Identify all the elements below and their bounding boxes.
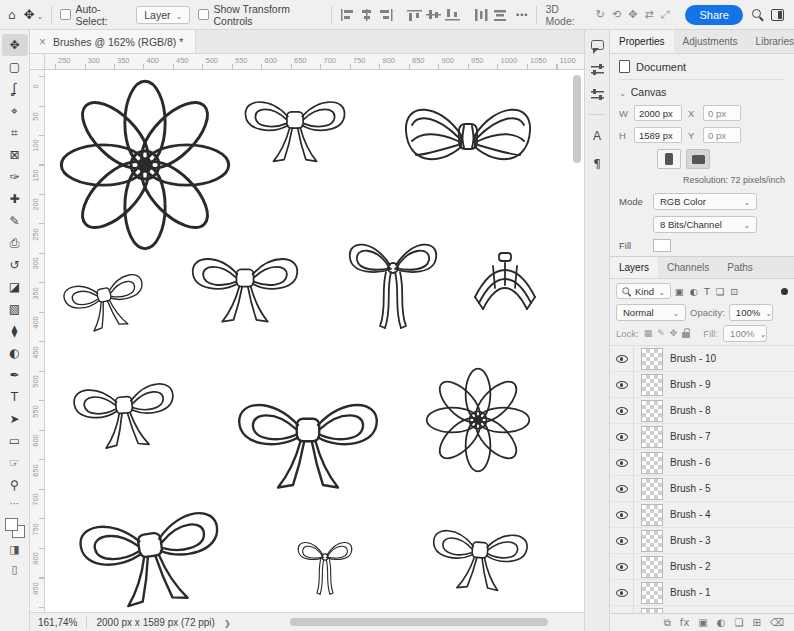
layer-name[interactable]: Brush - 7 <box>670 431 711 442</box>
home-icon[interactable]: ⌂ <box>8 8 16 22</box>
align-right-edges-icon[interactable] <box>378 9 393 21</box>
layer-thumbnail[interactable] <box>641 400 663 422</box>
foreground-color-swatch[interactable] <box>5 518 18 531</box>
layer-name[interactable]: Brush - 5 <box>670 483 711 494</box>
paragraph-panel-icon[interactable]: ¶ <box>593 157 601 171</box>
layer-row[interactable]: Brush - 5 <box>610 476 794 502</box>
clone-stamp-tool[interactable]: ⎙ <box>2 232 28 254</box>
layer-name[interactable]: Brush - 9 <box>670 379 711 390</box>
auto-select-dropdown[interactable]: Layer <box>136 6 190 24</box>
layer-name[interactable]: Brush - 3 <box>670 535 711 546</box>
portrait-orientation-button[interactable] <box>657 149 681 169</box>
x-field[interactable]: 0 px <box>703 105 741 121</box>
layer-name[interactable]: Brush - 6 <box>670 457 711 468</box>
layer-visibility-toggle[interactable] <box>610 346 634 371</box>
width-field[interactable]: 2000 px <box>634 105 682 121</box>
path-selection-tool[interactable]: ➤ <box>2 408 28 430</box>
lasso-tool[interactable]: ʆ <box>2 78 28 100</box>
ruler-corner[interactable] <box>30 54 45 70</box>
layer-thumbnail[interactable] <box>641 582 663 604</box>
layer-visibility-toggle[interactable] <box>610 502 634 527</box>
lock-all-icon[interactable] <box>682 332 690 338</box>
fill-swatch[interactable] <box>653 239 671 252</box>
layer-thumbnail[interactable] <box>641 374 663 396</box>
slide-3d-icon[interactable]: ⇄ <box>644 8 653 21</box>
zoom-tool[interactable]: ⚲ <box>2 474 28 496</box>
color-swatches[interactable] <box>4 517 26 539</box>
adjustment-layers-filter-icon[interactable]: ◐ <box>690 286 698 297</box>
shape-layers-filter-icon[interactable]: ❏ <box>716 286 725 297</box>
rectangular-marquee-tool[interactable]: ▢ <box>2 56 28 78</box>
layer-row[interactable]: Brush - 1 <box>610 580 794 606</box>
layer-visibility-toggle[interactable] <box>610 554 634 579</box>
layer-row[interactable]: Brush - 4 <box>610 502 794 528</box>
drag-3d-icon[interactable]: ✥ <box>628 8 637 21</box>
layer-thumbnail[interactable] <box>641 426 663 448</box>
align-horizontal-centers-icon[interactable] <box>359 9 374 21</box>
color-mode-dropdown[interactable]: RGB Color <box>653 193 757 210</box>
scale-3d-icon[interactable]: ⤢ <box>661 8 670 21</box>
zoom-level[interactable]: 161,74% <box>38 617 77 628</box>
layer-row[interactable]: Brush - 8 <box>610 398 794 424</box>
distribute-vertical-centers-icon[interactable] <box>493 9 508 21</box>
hand-tool[interactable]: ☞ <box>2 452 28 474</box>
layer-thumbnail[interactable] <box>641 530 663 552</box>
layer-row[interactable] <box>610 606 794 613</box>
tab-properties[interactable]: Properties <box>610 30 674 53</box>
layer-row[interactable]: Brush - 9 <box>610 372 794 398</box>
y-field[interactable]: 0 px <box>703 127 741 143</box>
canvas-vertical-scrollbar[interactable] <box>573 75 581 163</box>
pen-tool[interactable]: ✒ <box>2 364 28 386</box>
properties-panel-icon[interactable] <box>591 64 604 75</box>
canvas[interactable] <box>45 70 584 612</box>
edit-toolbar-icon[interactable]: ⋯ <box>10 498 20 509</box>
show-transform-checkbox[interactable]: Show Transform Controls <box>198 3 323 27</box>
layer-group-icon[interactable]: ❏ <box>735 617 744 628</box>
orbit-3d-icon[interactable]: ↻ <box>596 8 605 21</box>
type-layers-filter-icon[interactable]: T <box>704 286 710 297</box>
distribute-horizontal-centers-icon[interactable] <box>474 9 489 21</box>
history-brush-tool[interactable]: ↺ <box>2 254 28 276</box>
close-tab-icon[interactable] <box>39 35 46 49</box>
lock-position-icon[interactable]: ✥ <box>670 328 678 338</box>
height-field[interactable]: 1589 px <box>634 127 682 143</box>
tab-libraries[interactable]: Libraries <box>747 30 794 53</box>
layer-visibility-toggle[interactable] <box>610 398 634 423</box>
align-bottom-edges-icon[interactable] <box>445 9 460 21</box>
lock-transparency-icon[interactable]: ▦ <box>644 328 653 338</box>
roll-3d-icon[interactable]: ⟲ <box>612 8 621 21</box>
landscape-orientation-button[interactable] <box>686 149 710 169</box>
document-tab[interactable]: Brushes @ 162% (RGB/8) * <box>30 30 196 53</box>
layer-effects-icon[interactable]: fx <box>680 617 689 628</box>
frame-tool[interactable]: ⊠ <box>2 144 28 166</box>
fill-dropdown[interactable]: 100% <box>723 325 767 342</box>
type-tool[interactable]: T <box>2 386 28 408</box>
layer-row[interactable]: Brush - 3 <box>610 528 794 554</box>
smart-objects-filter-icon[interactable]: ⊡ <box>730 286 738 297</box>
align-top-edges-icon[interactable] <box>407 9 422 21</box>
layer-name[interactable]: Brush - 4 <box>670 509 711 520</box>
adjustments-panel-icon[interactable] <box>591 89 604 100</box>
opacity-dropdown[interactable]: 100% <box>729 304 773 321</box>
tab-layers[interactable]: Layers <box>610 257 658 278</box>
collapse-chevron-icon[interactable] <box>619 86 626 98</box>
brush-tool[interactable]: ✎ <box>2 210 28 232</box>
layer-row[interactable]: Brush - 7 <box>610 424 794 450</box>
screen-mode-icon[interactable]: ▯ <box>2 559 28 579</box>
dodge-tool[interactable]: ◐ <box>2 342 28 364</box>
layer-mask-icon[interactable]: ▣ <box>698 617 707 628</box>
align-vertical-centers-icon[interactable] <box>426 9 441 21</box>
layer-thumbnail[interactable] <box>641 452 663 474</box>
layer-row[interactable]: Brush - 2 <box>610 554 794 580</box>
crop-tool[interactable]: ⌗ <box>2 122 28 144</box>
comments-panel-icon[interactable] <box>591 40 604 50</box>
tab-channels[interactable]: Channels <box>658 257 718 278</box>
blur-tool[interactable]: ⧫ <box>2 320 28 342</box>
layer-name[interactable]: Brush - 8 <box>670 405 711 416</box>
layer-name[interactable]: Brush - 2 <box>670 561 711 572</box>
pixel-layers-filter-icon[interactable]: ▣ <box>675 286 684 297</box>
more-options-icon[interactable]: ••• <box>516 10 528 20</box>
tab-paths[interactable]: Paths <box>718 257 762 278</box>
blend-mode-dropdown[interactable]: Normal <box>616 304 686 321</box>
layer-visibility-toggle[interactable] <box>610 372 634 397</box>
